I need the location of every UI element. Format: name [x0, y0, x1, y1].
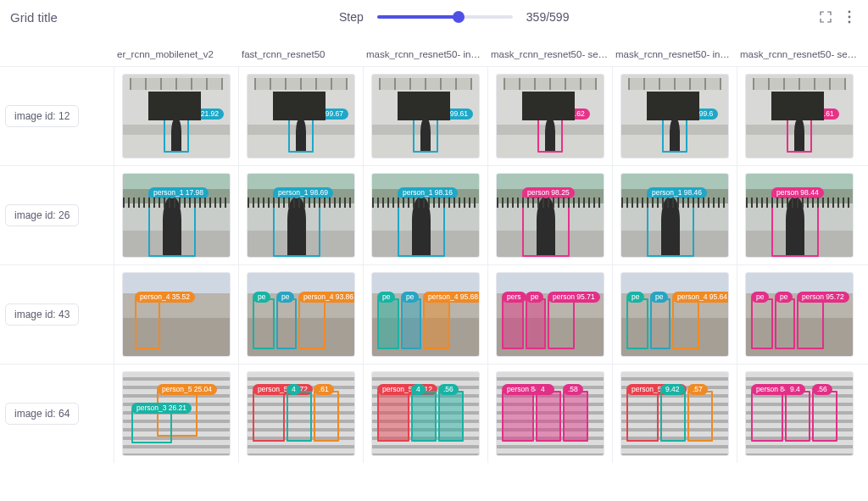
result-thumbnail[interactable]: pepeperson 95.72 [745, 272, 854, 357]
result-thumbnail[interactable]: person 84.514.58 [496, 371, 604, 456]
step-count: 359/599 [526, 10, 570, 24]
detection-label: person_1 21.92 [164, 109, 224, 120]
fullscreen-icon[interactable] [817, 8, 834, 25]
grid-cell[interactable]: person 84.514.58 [487, 365, 612, 463]
detection-box: person_4 95.64 [672, 298, 699, 349]
grid-cell[interactable]: pepeperson_4 95.68 [363, 265, 487, 364]
result-thumbnail[interactable]: person_1 21.92 [122, 74, 231, 159]
detection-label: person 98.25 [522, 187, 575, 198]
detection-label: pe [253, 292, 270, 303]
row-label-chip[interactable]: image id: 43 [5, 303, 79, 326]
result-thumbnail[interactable]: person 99.62 [496, 74, 604, 159]
svg-point-2 [849, 21, 851, 24]
detection-box: person 98.25 [522, 194, 570, 257]
result-thumbnail[interactable]: person 98.25 [496, 173, 604, 258]
column-header[interactable]: mask_rcnn_resnet50- se… [487, 49, 612, 66]
grid-cell[interactable]: person_1 98.69 [238, 166, 363, 264]
result-thumbnail[interactable]: person 99.61 [745, 74, 854, 159]
grid-cell[interactable]: person_1 17.98 [114, 166, 238, 264]
result-thumbnail[interactable]: pepeperson_4 95.64 [620, 272, 729, 357]
detection-label: pe [751, 292, 769, 303]
column-header[interactable]: mask_rcnn_resnet50- se… [737, 49, 861, 66]
detection-label: pe [526, 292, 543, 303]
row-label-chip[interactable]: image id: 64 [5, 403, 79, 425]
grid-cell[interactable]: person_1 99.67 [238, 67, 363, 165]
detection-box: 4 [536, 391, 561, 442]
grid-cell[interactable]: pepeperson 95.72 [737, 265, 861, 364]
detection-label: .58 [563, 384, 583, 395]
step-slider[interactable] [377, 15, 513, 19]
column-header[interactable]: fast_rcnn_resnet50 [238, 49, 363, 66]
row-label-chip[interactable]: image id: 26 [5, 204, 79, 226]
detection-box: pe [377, 298, 399, 349]
grid-cell[interactable]: pepeperson_4 93.86 [238, 265, 363, 364]
result-thumbnail[interactable]: person_1 98.69 [247, 173, 355, 258]
grid-cell[interactable]: person_1 98.46 [612, 166, 737, 264]
detection-box: pers [502, 298, 524, 349]
grid-cell[interactable]: perspeperson 95.71 [487, 265, 612, 364]
grid-cell[interactable]: person_1 99.6 [612, 67, 737, 165]
detection-label: person 95.72 [797, 292, 849, 303]
results-grid: er_rcnn_mobilenet_v2fast_rcnn_resnet50ma… [0, 49, 868, 463]
grid-cell[interactable]: person 98.25 [487, 166, 612, 264]
grid-cell[interactable]: person 99.61 [737, 67, 861, 165]
detection-label: .57 [687, 384, 708, 395]
grid-cell[interactable]: person 99.62 [487, 67, 612, 165]
result-thumbnail[interactable]: person_1 99.67 [247, 74, 355, 159]
result-thumbnail[interactable]: person_1 17.98 [122, 173, 231, 258]
result-thumbnail[interactable]: pepeperson_4 95.68 [371, 272, 480, 357]
detection-box: person_1 98.69 [273, 194, 320, 257]
grid-cell[interactable]: person_5 84.499.42.57 [612, 365, 737, 463]
detection-label: person 95.71 [548, 292, 600, 303]
detection-box: pe [751, 298, 773, 349]
grid-cell[interactable]: person_1 21.92 [114, 67, 238, 165]
result-thumbnail[interactable]: person_5 84.124.56 [371, 371, 480, 456]
detection-box: pe [650, 298, 670, 349]
more-icon[interactable] [841, 8, 858, 25]
result-thumbnail[interactable]: person_5 85.724.61 [247, 371, 355, 456]
result-thumbnail[interactable]: person 98.44 [745, 173, 854, 258]
row-label-chip[interactable]: image id: 12 [5, 105, 79, 127]
grid-cell[interactable]: person 98.44 [737, 166, 861, 264]
svg-point-1 [849, 16, 851, 19]
result-thumbnail[interactable]: person_1 99.61 [371, 74, 480, 159]
grid-cell[interactable]: person 84.549.4.56 [737, 365, 861, 463]
result-thumbnail[interactable]: perspeperson 95.71 [496, 272, 604, 357]
detection-box: person_1 99.6 [662, 115, 687, 153]
detection-label: pe [650, 292, 668, 303]
detection-box: person_1 99.61 [413, 115, 438, 153]
slider-thumb[interactable] [453, 11, 465, 23]
detection-box: person_5 84.49 [626, 391, 659, 442]
result-thumbnail[interactable]: person_1 99.6 [620, 74, 729, 159]
grid-row: image id: 26person_1 17.98person_1 98.69… [0, 165, 868, 264]
result-thumbnail[interactable]: person_5 84.499.42.57 [620, 371, 729, 456]
grid-row: image id: 12person_1 21.92person_1 99.67… [0, 66, 868, 165]
detection-box: person_1 98.46 [647, 194, 694, 257]
grid-cell[interactable]: person_1 99.61 [363, 67, 487, 165]
column-header[interactable]: mask_rcnn_resnet50- in… [612, 49, 737, 66]
result-thumbnail[interactable]: person_4 35.52 [122, 272, 231, 357]
column-header[interactable]: mask_rcnn_resnet50- in… [363, 49, 487, 66]
column-header[interactable]: er_rcnn_mobilenet_v2 [114, 49, 238, 66]
detection-box: pe [526, 298, 546, 349]
grid-cell[interactable]: person_5 25.04person_3 26.21 [114, 365, 238, 463]
detection-label: person_3 26.21 [131, 403, 192, 414]
result-thumbnail[interactable]: person_5 25.04person_3 26.21 [122, 371, 231, 456]
grid-cell[interactable]: person_5 85.724.61 [238, 365, 363, 463]
detection-label: .56 [812, 384, 832, 395]
result-thumbnail[interactable]: pepeperson_4 93.86 [247, 272, 355, 357]
detection-label: person_1 99.67 [288, 109, 348, 120]
detection-box: person_4 95.68 [423, 298, 450, 349]
detection-box: .58 [563, 391, 588, 442]
grid-cell[interactable]: person_4 35.52 [114, 265, 238, 364]
detection-label: pe [775, 292, 793, 303]
result-thumbnail[interactable]: person 84.549.4.56 [745, 371, 854, 456]
result-thumbnail[interactable]: person_1 98.16 [371, 173, 480, 258]
detection-label: pers [502, 292, 526, 303]
grid-cell[interactable]: person_1 98.16 [363, 166, 487, 264]
detection-label: pe [377, 292, 395, 303]
grid-cell[interactable]: person_5 84.124.56 [363, 365, 487, 463]
detection-label: person_4 93.86 [298, 292, 355, 303]
result-thumbnail[interactable]: person_1 98.46 [620, 173, 729, 258]
grid-cell[interactable]: pepeperson_4 95.64 [612, 265, 737, 364]
